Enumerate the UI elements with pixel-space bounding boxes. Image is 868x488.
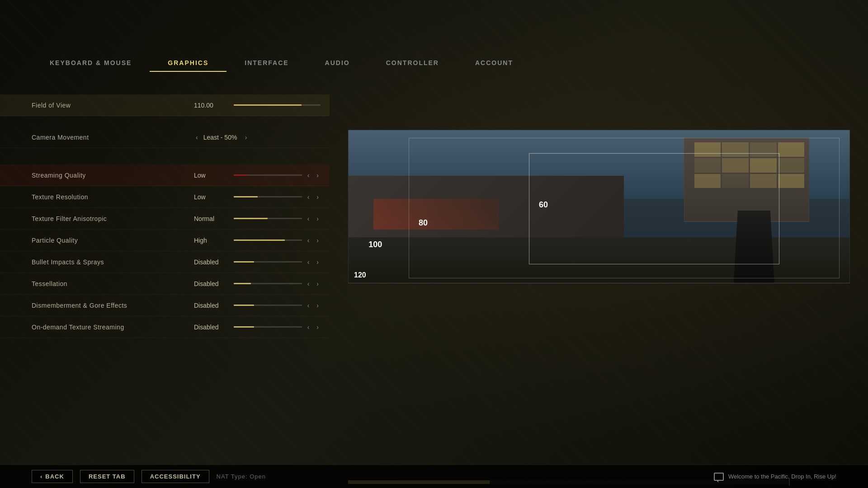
on-demand-texture-slider[interactable] [234,326,302,328]
chat-section: Welcome to the Pacific. Drop In, Rise Up… [714,473,836,481]
fov-label: Field of View [32,102,194,109]
tessellation-right-arrow[interactable]: › [315,280,321,287]
on-demand-texture-label: On-demand Texture Streaming [32,324,194,331]
bullet-impacts-right-arrow[interactable]: › [315,258,321,266]
particle-quality-slider[interactable] [234,239,302,241]
setting-camera-movement[interactable]: Camera Movement ‹ Least - 50% › [0,127,330,148]
on-demand-texture-value-container: Disabled ‹ › [194,324,321,331]
fov-value-container: 110.00 [194,102,321,109]
bullet-impacts-slider[interactable] [234,261,302,263]
setting-dismemberment[interactable]: Dismemberment & Gore Effects Disabled ‹ … [0,295,330,316]
building-windows [694,142,805,188]
setting-bullet-impacts[interactable]: Bullet Impacts & Sprays Disabled ‹ › [0,251,330,273]
dismemberment-left-arrow[interactable]: ‹ [306,302,311,309]
fov-label-120: 120 [354,271,366,279]
texture-filter-value-container: Normal ‹ › [194,215,321,222]
reset-label: Reset Tab [89,473,126,480]
particle-quality-right-arrow[interactable]: › [315,237,321,244]
texture-filter-left-arrow[interactable]: ‹ [306,215,311,222]
tessellation-value: Disabled [194,280,230,287]
back-button[interactable]: ‹ Back [32,470,73,483]
setting-particle-quality[interactable]: Particle Quality High ‹ › [0,230,330,251]
fov-label-80: 80 [419,218,428,228]
setting-streaming-quality[interactable]: Streaming Quality Low ‹ › [0,164,330,186]
fov-preview: 60 80 100 120 [348,130,850,283]
back-arrow-icon: ‹ [40,473,42,480]
tessellation-left-arrow[interactable]: ‹ [306,280,311,287]
back-label: Back [45,473,64,480]
streaming-quality-fill [234,174,247,176]
texture-resolution-value: Low [194,193,230,201]
tab-account[interactable]: ACCOUNT [457,55,531,72]
accessibility-label: Accessibility [150,473,201,480]
camera-movement-left-arrow[interactable]: ‹ [194,134,200,141]
texture-filter-value: Normal [194,215,230,222]
camera-movement-value: Least - 50% [203,134,240,141]
texture-resolution-left-arrow[interactable]: ‹ [306,193,311,201]
streaming-quality-right-arrow[interactable]: › [315,172,321,179]
texture-resolution-label: Texture Resolution [32,193,194,201]
streaming-quality-slider[interactable] [234,174,302,176]
bottom-left: ‹ Back Reset Tab Accessibility NAT Type:… [32,470,266,483]
texture-resolution-right-arrow[interactable]: › [315,193,321,201]
texture-resolution-fill [234,196,258,197]
tab-interface[interactable]: INTERFACE [226,55,307,72]
on-demand-texture-right-arrow[interactable]: › [315,324,321,331]
texture-resolution-slider[interactable] [234,196,302,197]
tab-controller[interactable]: CONTROLLER [368,55,457,72]
tessellation-value-container: Disabled ‹ › [194,280,321,287]
camera-movement-label: Camera Movement [32,134,194,141]
dismemberment-value-container: Disabled ‹ › [194,302,321,309]
on-demand-texture-fill [234,326,254,328]
dismemberment-slider[interactable] [234,305,302,306]
setting-field-of-view[interactable]: Field of View 110.00 [0,94,330,116]
bullet-impacts-value: Disabled [194,258,230,266]
bullet-impacts-label: Bullet Impacts & Sprays [32,258,194,266]
tessellation-fill [234,283,251,284]
particle-quality-label: Particle Quality [32,237,194,244]
particle-quality-fill [234,239,285,241]
chat-message: Welcome to the Pacific. Drop In, Rise Up… [728,473,836,480]
texture-filter-fill [234,218,268,219]
texture-filter-right-arrow[interactable]: › [315,215,321,222]
streaming-quality-left-arrow[interactable]: ‹ [306,172,311,179]
setting-texture-filter-anisotropic[interactable]: Texture Filter Anisotropic Normal ‹ › [0,208,330,230]
bottom-bar: ‹ Back Reset Tab Accessibility NAT Type:… [0,465,868,488]
streaming-quality-value-container: Low ‹ › [194,172,321,179]
dismemberment-fill [234,305,254,306]
on-demand-texture-left-arrow[interactable]: ‹ [306,324,311,331]
particle-quality-left-arrow[interactable]: ‹ [306,237,311,244]
camera-movement-right-arrow[interactable]: › [243,134,249,141]
camera-movement-value-container: ‹ Least - 50% › [194,134,321,141]
tab-graphics[interactable]: GRAPHICS [150,55,226,72]
streaming-quality-value: Low [194,172,230,179]
nat-type-display: NAT Type: Open [217,473,266,480]
character-hands [734,211,774,283]
setting-texture-resolution[interactable]: Texture Resolution Low ‹ › [0,186,330,208]
fov-label-100: 100 [368,240,382,249]
on-demand-texture-value: Disabled [194,324,230,331]
reset-tab-button[interactable]: Reset Tab [80,470,134,483]
streaming-quality-label: Streaming Quality [32,172,194,179]
bullet-impacts-left-arrow[interactable]: ‹ [306,258,311,266]
fov-label-60: 60 [539,200,548,210]
tab-keyboard-mouse[interactable]: KEYBOARD & MOUSE [32,55,150,72]
fov-slider[interactable] [234,104,321,106]
texture-filter-label: Texture Filter Anisotropic [32,215,194,222]
tessellation-label: Tessellation [32,280,194,287]
texture-filter-slider[interactable] [234,218,302,219]
main-content: FPS: 60 Latency: N/A GPU: 59° Packet Los… [0,0,868,488]
particle-quality-value-container: High ‹ › [194,237,321,244]
graffiti [373,199,499,230]
dismemberment-label: Dismemberment & Gore Effects [32,302,194,309]
dismemberment-right-arrow[interactable]: › [315,302,321,309]
bullet-impacts-value-container: Disabled ‹ › [194,258,321,266]
accessibility-button[interactable]: Accessibility [142,470,209,483]
fov-value: 110.00 [194,102,230,109]
setting-on-demand-texture[interactable]: On-demand Texture Streaming Disabled ‹ › [0,316,330,338]
setting-tessellation[interactable]: Tessellation Disabled ‹ › [0,273,330,295]
texture-resolution-value-container: Low ‹ › [194,193,321,201]
fov-slider-fill [234,104,302,106]
tessellation-slider[interactable] [234,283,302,284]
tab-audio[interactable]: AUDIO [307,55,368,72]
